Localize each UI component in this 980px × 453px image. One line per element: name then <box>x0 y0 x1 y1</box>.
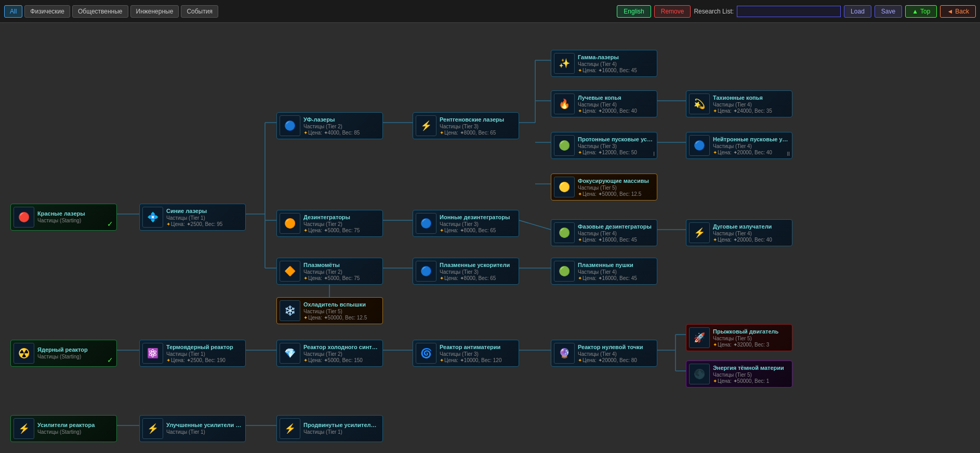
tech-card-fusion_reactor[interactable]: ⚛️Термоядерный реакторЧастицы (Tier 1)✦Ц… <box>139 340 246 367</box>
tech-tier-flash_cooler: Частицы (Tier 5) <box>303 309 380 314</box>
tech-card-flash_cooler[interactable]: ❄️Охладитель вспышкиЧастицы (Tier 5)✦Цен… <box>276 297 383 324</box>
research-input[interactable] <box>737 6 841 17</box>
tech-card-tachyon_lances[interactable]: 💫Тахионные копьяЧастицы (Tier 4)✦Цена: ✦… <box>686 90 792 117</box>
tech-cost-arc_emitters: ✦Цена: ✦20000, Вес: 40 <box>713 237 789 243</box>
tech-info-dark_matter_energy: Энергия тёмной материиЧастицы (Tier 5)✦Ц… <box>713 365 789 384</box>
tech-name-jump_drive: Прыжковый двигатель <box>713 328 789 335</box>
tech-name-uv_lasers: УФ-лазеры <box>303 116 380 123</box>
tech-tier-plasmathowers: Частицы (Tier 2) <box>303 269 380 275</box>
tech-card-uv_lasers[interactable]: 🔵УФ-лазерыЧастицы (Tier 2)✦Цена: ✦4000, … <box>276 112 383 139</box>
tech-name-dark_matter_energy: Энергия тёмной материи <box>713 365 789 371</box>
tech-tier-blue_lasers: Частицы (Tier 1) <box>166 215 243 221</box>
tech-info-zero_point_reactor: Реактор нулевой точкиЧастицы (Tier 4)✦Це… <box>578 344 654 363</box>
tech-tier-cold_fusion_reactor: Частицы (Tier 2) <box>303 351 380 357</box>
checkmark-icon-red_lasers: ✓ <box>107 220 113 228</box>
nav-engineering[interactable]: Инженерные <box>130 5 179 18</box>
tech-info-uv_lasers: УФ-лазерыЧастицы (Tier 2)✦Цена: ✦4000, В… <box>303 116 380 136</box>
tech-card-proton_launchers[interactable]: 🟢Протонные пусковые установкиЧастицы (Ti… <box>551 132 657 159</box>
tech-icon-focusing_arrays: 🟡 <box>554 177 575 197</box>
tech-name-improved_boosters: Улучшенные усилители реакт... <box>166 422 243 428</box>
tech-name-phase_disintegrators: Фазовые дезинтеграторы <box>578 223 654 230</box>
tech-icon-plasmathowers: 🔶 <box>280 261 300 282</box>
save-button[interactable]: Save <box>875 5 902 18</box>
tech-card-blue_lasers[interactable]: 💠Синие лазерыЧастицы (Tier 1)✦Цена: ✦250… <box>139 204 246 231</box>
tech-icon-proton_launchers: 🟢 <box>554 135 575 156</box>
tech-tier-arc_emitters: Частицы (Tier 4) <box>713 231 789 236</box>
tech-card-ion_disintegrators[interactable]: 🔵Ионные дезинтеграторыЧастицы (Tier 3)✦Ц… <box>413 210 519 237</box>
tech-name-gamma_lasers: Гамма-лазеры <box>578 54 654 60</box>
tech-card-advanced_boosters[interactable]: ⚡Продвинутые усилители реакт...Частицы (… <box>276 415 383 442</box>
tech-info-antimatter_reactor: Реактор антиматерииЧастицы (Tier 3)✦Цена… <box>440 344 516 363</box>
tech-icon-nuclear_reactor: ☢️ <box>14 343 34 364</box>
roman-badge-neutron_launchers: II <box>787 151 790 157</box>
tech-card-zero_point_reactor[interactable]: 🔮Реактор нулевой точкиЧастицы (Tier 4)✦Ц… <box>551 340 657 367</box>
tech-cost-fusion_reactor: ✦Цена: ✦2500, Вес: 190 <box>166 357 243 363</box>
tech-cost-gamma_lasers: ✦Цена: ✦16000, Вес: 45 <box>578 68 654 73</box>
tech-tier-antimatter_reactor: Частицы (Tier 3) <box>440 351 516 357</box>
tech-info-nuclear_reactor: Ядерный реакторЧастицы (Starting) <box>37 347 114 360</box>
tech-icon-tachyon_lances: 💫 <box>689 94 710 114</box>
tech-card-plasmathowers[interactable]: 🔶ПлазмомётыЧастицы (Tier 2)✦Цена: ✦5000,… <box>276 258 383 285</box>
tech-card-red_lasers[interactable]: 🔴Красные лазерыЧастицы (Starting)✓ <box>10 204 117 231</box>
tech-icon-xray_lasers: ⚡ <box>416 115 436 136</box>
tech-tier-zero_point_reactor: Частицы (Tier 4) <box>578 351 654 357</box>
checkmark-icon-nuclear_reactor: ✓ <box>107 356 113 364</box>
tech-tier-disintegrators: Частицы (Tier 2) <box>303 221 380 227</box>
tech-cost-dark_matter_energy: ✦Цена: ✦50000, Вес: 1 <box>713 378 789 384</box>
tech-card-focusing_arrays[interactable]: 🟡Фокусирующие массивыЧастицы (Tier 5)✦Це… <box>551 174 657 201</box>
tech-icon-dark_matter_energy: 🌑 <box>689 364 710 384</box>
load-button[interactable]: Load <box>844 5 871 18</box>
tech-icon-fusion_reactor: ⚛️ <box>142 343 163 364</box>
top-button[interactable]: ▲ Top <box>905 5 937 18</box>
tech-tier-phase_disintegrators: Частицы (Tier 4) <box>578 231 654 236</box>
nav-events[interactable]: События <box>181 5 218 18</box>
tech-name-zero_point_reactor: Реактор нулевой точки <box>578 344 654 350</box>
back-button[interactable]: ◄ Back <box>940 5 976 18</box>
tech-info-ion_disintegrators: Ионные дезинтеграторыЧастицы (Tier 3)✦Це… <box>440 214 516 233</box>
tech-card-arc_emitters[interactable]: ⚡Дуговые излучателиЧастицы (Tier 4)✦Цена… <box>686 219 792 246</box>
tech-tier-neutron_launchers: Частицы (Tier 4) <box>713 143 789 149</box>
tech-card-disintegrators[interactable]: 🟠ДезинтеграторыЧастицы (Tier 2)✦Цена: ✦5… <box>276 210 383 237</box>
tech-cost-jump_drive: ✦Цена: ✦32000, Вес: 3 <box>713 342 789 348</box>
tech-card-gamma_lasers[interactable]: ✨Гамма-лазерыЧастицы (Tier 4)✦Цена: ✦160… <box>551 50 657 77</box>
tech-info-arc_emitters: Дуговые излучателиЧастицы (Tier 4)✦Цена:… <box>713 223 789 243</box>
nav-physical[interactable]: Физические <box>24 5 70 18</box>
remove-button[interactable]: Remove <box>654 5 691 18</box>
svg-line-17 <box>519 220 551 230</box>
tech-icon-ion_disintegrators: 🔵 <box>416 213 436 234</box>
tech-tier-improved_boosters: Частицы (Tier 1) <box>166 429 243 435</box>
tech-info-xray_lasers: Рентгеновские лазерыЧастицы (Tier 3)✦Цен… <box>440 116 516 136</box>
tech-card-plasma_cannons[interactable]: 🟢Плазменные пушкиЧастицы (Tier 4)✦Цена: … <box>551 258 657 285</box>
tech-icon-disintegrators: 🟠 <box>280 213 300 234</box>
tech-info-jump_drive: Прыжковый двигательЧастицы (Tier 5)✦Цена… <box>713 328 789 348</box>
tech-card-cold_fusion_reactor[interactable]: 💎Реактор холодного синтезаЧастицы (Tier … <box>276 340 383 367</box>
nav-social[interactable]: Общественные <box>72 5 128 18</box>
tech-tier-proton_launchers: Частицы (Tier 3) <box>578 143 654 149</box>
tech-name-nuclear_reactor: Ядерный реактор <box>37 347 114 353</box>
tech-card-xray_lasers[interactable]: ⚡Рентгеновские лазерыЧастицы (Tier 3)✦Це… <box>413 112 519 139</box>
tech-info-disintegrators: ДезинтеграторыЧастицы (Tier 2)✦Цена: ✦50… <box>303 214 380 233</box>
tech-icon-neutron_launchers: 🔵 <box>689 135 710 156</box>
language-button[interactable]: English <box>617 5 651 18</box>
tech-card-plasma_accelerators[interactable]: 🔵Плазменные ускорителиЧастицы (Tier 3)✦Ц… <box>413 258 519 285</box>
tech-card-improved_boosters[interactable]: ⚡Улучшенные усилители реакт...Частицы (T… <box>139 415 246 442</box>
tech-card-phase_disintegrators[interactable]: 🟢Фазовые дезинтеграторыЧастицы (Tier 4)✦… <box>551 219 657 246</box>
tech-info-proton_launchers: Протонные пусковые установкиЧастицы (Tie… <box>578 136 654 155</box>
tech-card-beam_lances[interactable]: 🔥Лучевые копьяЧастицы (Tier 4)✦Цена: ✦20… <box>551 90 657 117</box>
tech-icon-reactor_boosters: ⚡ <box>14 418 34 439</box>
tech-info-flash_cooler: Охладитель вспышкиЧастицы (Tier 5)✦Цена:… <box>303 301 380 321</box>
tech-info-blue_lasers: Синие лазерыЧастицы (Tier 1)✦Цена: ✦2500… <box>166 208 243 227</box>
tech-card-dark_matter_energy[interactable]: 🌑Энергия тёмной материиЧастицы (Tier 5)✦… <box>686 361 792 388</box>
tech-card-antimatter_reactor[interactable]: 🌀Реактор антиматерииЧастицы (Tier 3)✦Цен… <box>413 340 519 367</box>
tech-card-jump_drive[interactable]: 🚀Прыжковый двигательЧастицы (Tier 5)✦Цен… <box>686 324 792 351</box>
tech-icon-improved_boosters: ⚡ <box>142 418 163 439</box>
tech-name-disintegrators: Дезинтеграторы <box>303 214 380 220</box>
tech-info-beam_lances: Лучевые копьяЧастицы (Tier 4)✦Цена: ✦200… <box>578 95 654 114</box>
tech-icon-jump_drive: 🚀 <box>689 327 710 348</box>
tech-card-nuclear_reactor[interactable]: ☢️Ядерный реакторЧастицы (Starting)✓ <box>10 340 117 367</box>
nav-all[interactable]: All <box>4 5 22 18</box>
tech-card-reactor_boosters[interactable]: ⚡Усилители реактораЧастицы (Starting) <box>10 415 117 442</box>
tech-cost-plasma_cannons: ✦Цена: ✦16000, Вес: 45 <box>578 275 654 281</box>
tech-card-neutron_launchers[interactable]: 🔵Нейтронные пусковые установкиЧастицы (T… <box>686 132 792 159</box>
tech-tier-nuclear_reactor: Частицы (Starting) <box>37 354 114 359</box>
